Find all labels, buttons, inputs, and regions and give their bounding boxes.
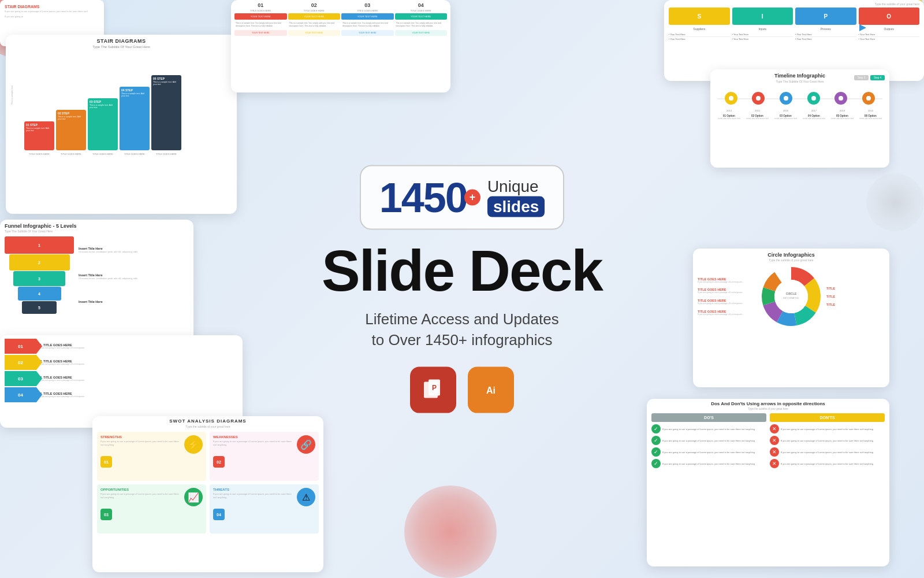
dos-row-4: ✓ If you are going to use a passage of L… [651,459,766,468]
plus-icon: + [464,189,480,205]
timeline-dot-6 [862,92,875,105]
dos-row-2: ✓ If you are going to use a passage of L… [651,436,766,445]
svg-text:INFOGRAPHIC: INFOGRAPHIC [783,297,799,299]
table-bot-2: YOUR TEXT HERE [288,30,341,36]
tl-opt-5: 05 Option some site here some text [829,114,855,120]
timeline-dot-4 [807,92,820,105]
unique-label: Unique [487,177,545,195]
funnel-subtitle: Type The Subtitle Of Your Great Here [5,229,189,233]
circle-labels-right: TITLE TITLE TITLE [826,287,885,306]
tl-year-3: 2016 [783,109,788,112]
dos-title: Dos And Don'ts Using arrows in opposite … [651,401,885,406]
swot-cell-threats: THREATS If you are going to use a passag… [210,484,319,533]
thumb-sipo: Type the subtitle of your great here S I… [664,0,924,81]
arrow-num-1: 01 [5,339,36,354]
funnel-shape: 1 2 3 4 5 [5,236,74,314]
table-num-3: 03 [341,2,394,8]
table-bot-3: YOUR TEXT HERE [341,30,394,36]
funnel-title: Funnel Infographic - 5 Levels [5,223,189,229]
stair-step-4: 04 STEP This is a sample text. Add your … [120,87,150,150]
unique-slides-badge: 1450 + Unique slides [360,165,565,230]
thumb-circle: Circle Infographics Type the subtitle of… [693,249,889,387]
table-text-2: This is a sample text. You simply add yo… [288,21,341,29]
sipo-label-i: Inputs [732,27,793,31]
weakness-text: If you are going to use a passage of Lor… [5,10,99,13]
swot-cell-strengths: STRENGTHS If you are going to use a pass… [97,432,206,481]
slides-label: slides [487,197,545,217]
swot-cell-weaknesses: WEAKNESSES If you are going to use a pas… [210,432,319,481]
donts-header: DON'TS [770,413,885,422]
timeline-step-4: Step 4 [870,75,885,80]
tl-opt-2: 02 Option some site here some text [744,114,770,120]
stair-step-3: 03 STEP This is a sample text. Add your … [88,98,118,150]
weakness-text2: If you are going to [5,15,99,18]
funnel-labels: Insert Title Here Ut mauris lorem, vesti… [79,236,189,314]
sipo-label-s: Suppliers [669,27,730,31]
table-title-3: TITLE GOES HERE [341,9,394,12]
sipo-item-4a: • Your Text Here [859,32,920,37]
sipo-item-2a: • Your Text Here [732,32,793,37]
thumb-funnel: Funnel Infographic - 5 Levels Type The S… [0,220,193,353]
circle-title: Circle Infographics [698,252,885,258]
timeline-step-3: Step 3 [854,75,869,80]
swot-subtitle: Type the subtitle of your great here [97,425,319,428]
dos-row-1: ✓ If you are going to use a passage of L… [651,424,766,433]
table-hdr-4: YOUR TEXT HERE [395,13,448,20]
table-text-1: This is a sample text. You simply add yo… [234,21,287,29]
arrows-list: 01 1. TITLE GOES HERE If you are going t… [5,339,238,402]
stair-footer-4: TITLE GOES HERE [120,153,150,155]
slide-count: 1450 [379,177,467,218]
donts-row-4: ✕ If you are going to use a passage of L… [770,459,885,468]
swot-title: SWOT ANALYSIS DIAGRAMS [97,418,319,424]
arrow-label-4: 4. TITLE GOES HERE If you are going to u… [40,392,238,398]
thumb-dos: Dos And Don'ts Using arrows in opposite … [647,399,889,566]
thumb-arrows: 01 1. TITLE GOES HERE If you are going t… [0,335,243,428]
table-bot-4: YOUR TEXT HERE [395,30,448,36]
thumb-swot: SWOT ANALYSIS DIAGRAMS Type the subtitle… [92,416,323,572]
illustrator-icon: Ai [468,366,514,413]
sipo-item-2b: • Your Text Here [732,37,793,41]
circle-labels-left: TITLE GOES HERE If you are going to use … [698,277,756,316]
tl-year-4: 2017 [811,109,817,112]
table-text-3: This is a sample text. You simply add yo… [341,21,394,29]
timeline-dot-2 [752,92,765,105]
svg-text:CIRCLE: CIRCLE [786,292,797,295]
center-panel: 1450 + Unique slides Slide Deck Lifetime… [318,165,606,413]
subtitle-line1: Lifetime Access and Updates [365,310,558,328]
table-bot-1: YOUR TEXT HERE [234,30,287,36]
table-num-1: 01 [234,2,287,8]
thumb-timeline: Timeline Infographic Type The Subtitle O… [710,69,889,168]
tl-opt-3: 03 Option some site here some text [773,114,799,120]
thumb-stair: STAIR DIAGRAMS Type The Subtitle Of Your… [6,35,237,214]
stair-step-2: 02 STEP This is a sample text. Add your … [56,110,86,150]
stair-footer-2: TITLE GOES HERE [56,153,86,155]
dos-row-3: ✓ If you are going to use a passage of L… [651,447,766,457]
donts-row-1: ✕ If you are going to use a passage of L… [770,424,885,433]
tl-opt-4: 04 Option some site here some text [801,114,827,120]
arrow-num-2: 02 [5,355,36,370]
table-text-4: This is a sample text. You simply add yo… [395,21,448,29]
subtitle-line2: to Over 1450+ infographics [372,331,553,349]
stair-footer-3: TITLE GOES HERE [88,153,118,155]
sipo-box-s: S [669,8,730,25]
arrow-num-4: 04 [5,387,36,402]
circle-subtitle: Type the subtitle of your great here [698,258,885,262]
sipo-item-1b: • Your Text Here [669,37,730,41]
stair-subtitle: Type The Subtitle Of Your Great Here [6,45,237,51]
main-title: Slide Deck [318,242,606,299]
donts-row-2: ✕ If you are going to use a passage of L… [770,436,885,445]
sipo-item-1a: • Your Text Here [669,32,730,37]
dos-subtitle: Type the subtitle of your great here [651,407,885,410]
stair-title: STAIR DIAGRAMS [6,35,237,45]
svg-text:P: P [432,383,437,391]
thumb-table: 01 02 03 04 TITLE GOES HERE TITLE GOES H… [231,0,450,92]
sipo-box-i: I [732,8,793,25]
sipo-label-o: Outputs [859,27,920,31]
swot-cell-opportunities: OPPORTUNITIES If you are going to use a … [97,484,206,533]
table-num-2: 02 [288,2,341,8]
tl-year-1: 2013 [726,109,732,112]
subtitle: Lifetime Access and Updates to Over 1450… [318,309,606,351]
sipo-item-3b: • Your Text Here [795,37,856,41]
arrow-num-3: 03 [5,371,36,386]
table-title-2: TITLE GOES HERE [288,9,341,12]
